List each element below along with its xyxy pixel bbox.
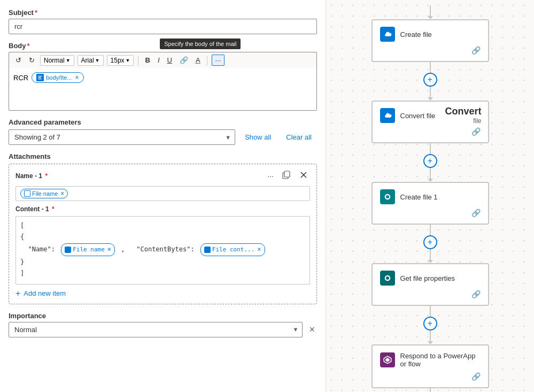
flow-node-create-file[interactable]: Create file 🔗: [372, 19, 489, 62]
flow-node-respond-powerapp[interactable]: Respond to a PowerApp or flow 🔗: [372, 344, 489, 388]
attachments-section: Attachments Name - 1 * ···: [9, 152, 317, 304]
content-label: Content - 1 *: [16, 205, 310, 213]
add-step-button-1[interactable]: +: [423, 73, 437, 87]
flow-connector-top: [366, 5, 494, 19]
toolbar-separator-1: [138, 56, 138, 65]
more-options-button[interactable]: ···: [265, 171, 276, 181]
importance-section: Importance Normal Low High ▼ ×: [9, 312, 317, 337]
show-all-button[interactable]: Show all: [239, 130, 276, 144]
create-file-1-title: Create file 1: [400, 193, 481, 201]
attachment-actions: ···: [265, 170, 310, 182]
svg-point-9: [386, 195, 389, 198]
italic-button[interactable]: I: [156, 55, 162, 65]
sharepoint-icon: [380, 189, 395, 204]
clear-all-button[interactable]: Clear all: [281, 130, 317, 144]
advanced-select-wrapper: Showing 2 of 7 ▼: [9, 129, 235, 145]
token-icon: [36, 74, 44, 81]
svg-rect-5: [25, 191, 30, 196]
flow-node-get-file-properties[interactable]: Get file properties 🔗: [372, 263, 489, 306]
convert-sub-label: file: [445, 117, 481, 125]
arrow-line: [430, 249, 431, 260]
body-token-tag[interactable]: body/Ite... ×: [32, 72, 83, 83]
onedrive-icon-2: [380, 108, 395, 123]
add-item-button[interactable]: + Add new item: [16, 285, 66, 298]
underline-button[interactable]: U: [165, 55, 174, 65]
svg-point-11: [386, 276, 389, 280]
flow-node-footer: 🔗: [380, 372, 481, 381]
delete-button[interactable]: [297, 170, 310, 182]
arrow-line: [430, 306, 431, 317]
more-options-button[interactable]: ···: [212, 55, 225, 66]
chevron-down-icon: ▼: [126, 58, 130, 63]
add-step-button-3[interactable]: +: [423, 235, 437, 249]
advanced-parameters-select[interactable]: Showing 2 of 7: [9, 129, 235, 145]
flow-node-header: Respond to a PowerApp or flow: [380, 352, 481, 368]
get-file-properties-title: Get file properties: [400, 274, 481, 282]
svg-rect-6: [65, 247, 71, 252]
advanced-parameters-section: Advanced parameters Showing 2 of 7 ▼ Sho…: [9, 118, 317, 145]
body-content-row: RCR body/Ite... ×: [13, 72, 312, 83]
file-name-token-close[interactable]: ×: [60, 190, 64, 197]
file-name-inline-token[interactable]: File name ×: [61, 243, 115, 256]
link-icon: 🔗: [471, 290, 481, 298]
flow-node-footer: 🔗: [380, 209, 481, 217]
name-input-row[interactable]: File name ×: [16, 186, 310, 201]
sharepoint-dark-icon: [380, 271, 395, 286]
file-content-token[interactable]: File cont... ×: [200, 243, 265, 256]
bold-button[interactable]: B: [143, 55, 152, 65]
content-line-4: "ContentBytes": File cont... ×: [129, 243, 265, 256]
font-family-dropdown[interactable]: Arial ▼: [78, 55, 104, 66]
redo-button[interactable]: ↻: [27, 55, 37, 65]
importance-row: Normal Low High ▼ ×: [9, 322, 317, 337]
arrow-line: [430, 168, 431, 179]
importance-label: Importance: [9, 312, 317, 320]
copy-button[interactable]: [280, 170, 293, 182]
toolbar-separator-2: [207, 56, 207, 65]
advanced-row: Showing 2 of 7 ▼ Show all Clear all: [9, 129, 317, 145]
plus-icon: +: [16, 289, 20, 298]
flow-node-convert-file[interactable]: Convert file Convert file 🔗: [372, 101, 489, 143]
importance-select[interactable]: Normal Low High: [9, 322, 303, 337]
respond-powerapp-title: Respond to a PowerApp or flow: [400, 352, 481, 368]
content-line-3: "Name": File name × ,: [20, 243, 125, 256]
left-panel: Subject* Body* ↺ ↻ Normal ▼ Arial ▼ 15px…: [0, 0, 326, 392]
content-editor[interactable]: [ { "Name": File name × , "ContentBytes"…: [16, 216, 310, 285]
body-toolbar: ↺ ↻ Normal ▼ Arial ▼ 15px ▼ B I U 🔗 A ··…: [9, 52, 317, 68]
arrow-line: [430, 388, 431, 392]
font-color-button[interactable]: A: [194, 55, 203, 65]
attachments-label: Attachments: [9, 152, 317, 160]
chevron-down-icon: ▼: [95, 58, 100, 63]
arrow-line: [430, 143, 431, 154]
convert-label: Convert file: [445, 106, 481, 125]
flow-node-header: Create file 1: [380, 189, 481, 204]
flow-connector-2: +: [366, 143, 494, 182]
flow-node-create-file-1[interactable]: Create file 1 🔗: [372, 182, 489, 225]
link-button[interactable]: 🔗: [177, 55, 190, 65]
onedrive-icon: [380, 27, 395, 42]
delete-icon: [299, 171, 308, 179]
subject-input[interactable]: [9, 19, 317, 34]
attachment-name-label: Name - 1 *: [16, 172, 48, 180]
font-size-dropdown[interactable]: 15px ▼: [107, 55, 134, 66]
add-step-button-2[interactable]: +: [423, 154, 437, 168]
attachment-card-header: Name - 1 * ···: [16, 170, 310, 182]
importance-clear-button[interactable]: ×: [307, 323, 317, 336]
token-close-button[interactable]: ×: [75, 74, 79, 81]
font-style-dropdown[interactable]: Normal ▼: [40, 55, 74, 66]
file-name-inline-close[interactable]: ×: [107, 244, 111, 255]
body-section: Body* ↺ ↻ Normal ▼ Arial ▼ 15px ▼ B I U …: [9, 42, 317, 111]
body-editor[interactable]: RCR body/Ite... ×: [9, 68, 317, 111]
arrow-line: [430, 62, 431, 73]
file-content-close[interactable]: ×: [257, 244, 261, 255]
flow-connector-5: +: [366, 388, 494, 392]
advanced-parameters-label: Advanced parameters: [9, 118, 317, 126]
add-step-button-4[interactable]: +: [423, 317, 437, 330]
content-line-1: [: [20, 221, 305, 231]
body-tooltip: Specify the body of the mail: [160, 39, 241, 49]
file-name-token[interactable]: File name ×: [20, 189, 68, 198]
subject-section: Subject*: [9, 9, 317, 42]
undo-button[interactable]: ↺: [13, 55, 24, 65]
flow-container: Create file 🔗 + Convert file Convert: [366, 5, 494, 392]
link-icon: 🔗: [471, 209, 481, 217]
file-name-token-icon: [24, 190, 30, 197]
